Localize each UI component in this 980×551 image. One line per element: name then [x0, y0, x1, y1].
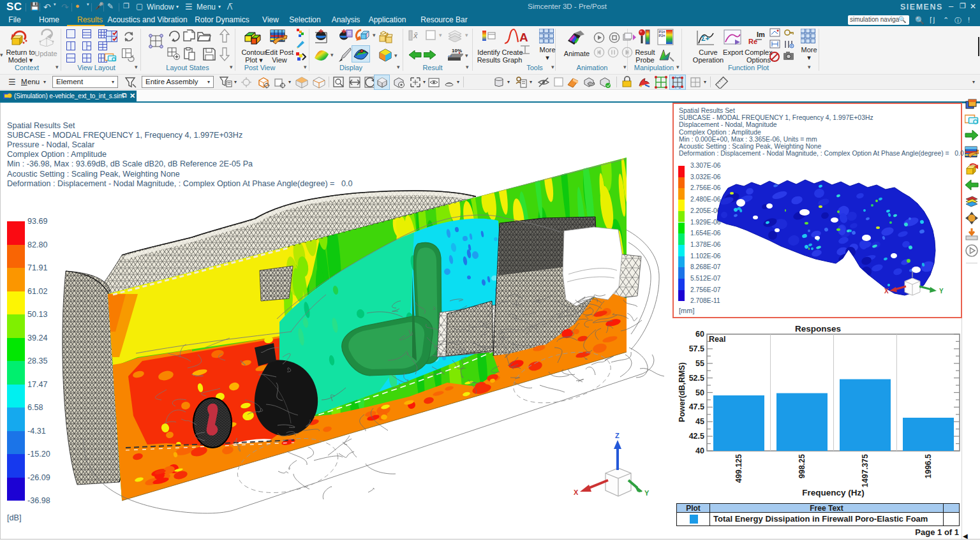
svg-text:Frequency (Hz): Frequency (Hz) [802, 488, 865, 497]
svg-text:4: 4 [679, 86, 681, 89]
svg-text:Real: Real [709, 335, 725, 344]
svg-text:Y: Y [939, 288, 944, 295]
svg-text:P2=: P2= [659, 34, 665, 38]
svg-text:1: 1 [674, 76, 676, 78]
svg-text:47.5: 47.5 [689, 402, 704, 411]
svg-text:Re: Re [748, 38, 757, 45]
svg-text:3: 3 [674, 86, 676, 89]
svg-text:57.5: 57.5 [689, 344, 704, 353]
svg-text:60: 60 [695, 330, 704, 339]
svg-text:45: 45 [695, 417, 704, 426]
svg-text:Z: Z [615, 432, 620, 439]
svg-text:A: A [519, 31, 528, 44]
svg-text:Y: Y [644, 489, 650, 497]
svg-text:42.5: 42.5 [689, 432, 704, 441]
svg-text:x̄: x̄ [413, 31, 418, 40]
svg-text:Responses: Responses [795, 324, 841, 334]
svg-text:499.125: 499.125 [734, 454, 743, 483]
svg-text:Im: Im [757, 31, 765, 38]
svg-text:1497.375: 1497.375 [861, 454, 870, 487]
svg-text:2: 2 [679, 76, 681, 78]
svg-text:40: 40 [695, 446, 704, 455]
svg-text:Σ+: Σ+ [701, 34, 709, 42]
svg-text:52.5: 52.5 [689, 374, 704, 383]
svg-text:1996.5: 1996.5 [924, 454, 933, 478]
svg-text:10%: 10% [452, 48, 462, 54]
svg-text:50: 50 [695, 388, 704, 397]
svg-text:X: X [574, 489, 579, 496]
svg-text:X: X [884, 288, 889, 295]
svg-text:55: 55 [695, 359, 704, 368]
svg-text:Power(dB,RMS): Power(dB,RMS) [678, 362, 687, 422]
svg-text:998.25: 998.25 [798, 454, 806, 478]
